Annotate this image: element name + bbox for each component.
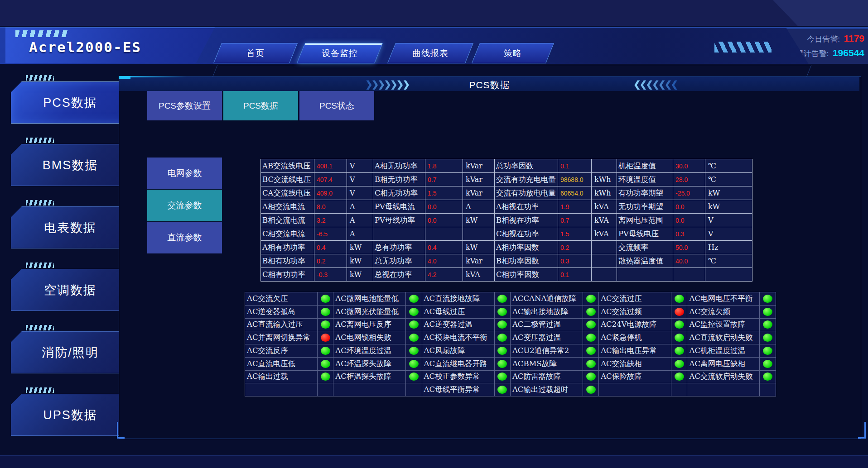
status-indicator-cell [406, 358, 422, 371]
status-indicator-cell [318, 306, 333, 319]
alarm-ok-indicator-icon [321, 372, 330, 381]
nav-tab-home-label: 首页 [218, 43, 293, 63]
param-value-cell: 0.1 [558, 159, 592, 173]
subnav-ac-params[interactable]: 交流参数 [147, 190, 222, 221]
status-indicator-cell [583, 319, 599, 332]
sidebar-item-hvac-label: 空调数据 [11, 269, 130, 311]
subnav-dc-params[interactable]: 直流参数 [147, 222, 222, 253]
param-unit-cell: kW [705, 200, 752, 214]
nav-tab-strategy[interactable]: 策略 [472, 43, 554, 63]
alarm-ok-indicator-icon [409, 334, 419, 342]
status-name-cell: ACBMS故障 [511, 358, 583, 371]
param-unit-cell: ℃ [705, 159, 752, 173]
param-value-cell: 0.2 [558, 241, 592, 254]
param-name-cell: C相无功功率 [373, 186, 425, 200]
status-indicator-cell [671, 292, 687, 306]
status-name-cell: AC风扇故障 [422, 344, 495, 358]
param-value-cell: 0.0 [425, 200, 463, 214]
measurement-row: C相交流电流-6.5AC相视在功率1.5kVAPV母线电压0.3V [261, 227, 752, 241]
status-indicator-cell [760, 331, 776, 344]
param-value-cell: 0.2 [314, 254, 347, 268]
status-indicator-cell [495, 358, 511, 371]
status-name-cell: AC交流欠频 [687, 306, 760, 319]
alarm-ok-indicator-icon [409, 360, 419, 368]
param-value-cell: -25.0 [673, 186, 705, 200]
logout-plate[interactable]: 注销 [773, 0, 868, 26]
param-name-cell: A相无功功率 [373, 159, 425, 173]
status-name-cell: AC交流缺相 [599, 358, 671, 371]
status-indicator-cell [760, 292, 776, 306]
sidebar-item-ups[interactable]: UPS数据 [11, 394, 130, 436]
param-unit-cell: kWh [592, 173, 617, 186]
param-value-cell: 1.5 [558, 227, 592, 241]
param-value-cell: 0.1 [558, 268, 592, 282]
status-indicator-cell [495, 371, 511, 384]
status-name-cell: AC直流继电器开路 [422, 358, 495, 371]
hatch-stripes-decor [714, 42, 772, 53]
param-unit-cell: kVar [463, 173, 495, 186]
status-name-cell: AC交流过频 [599, 306, 671, 319]
status-indicator-cell [671, 306, 687, 319]
sidebar-item-bms[interactable]: BMS数据 [11, 144, 130, 186]
param-name-cell: 交流有功放电电量 [495, 186, 558, 200]
sidebar-item-meter[interactable]: 电表数据 [11, 206, 130, 248]
status-name-cell [687, 383, 760, 396]
param-unit-cell: A [463, 200, 495, 214]
param-name-cell: PV母线功率 [373, 214, 425, 227]
param-name-cell: 总功率因数 [495, 159, 558, 173]
alarm-ok-indicator-icon [497, 334, 507, 342]
alarm-ok-indicator-icon [586, 308, 596, 316]
status-indicator-cell [583, 344, 599, 358]
alarm-ok-indicator-icon [497, 320, 507, 329]
param-value-cell: 0.7 [558, 214, 592, 227]
status-name-cell: AC输出过载超时 [511, 383, 583, 396]
param-value-cell: 1.8 [425, 159, 463, 173]
status-name-cell: AC输出过载 [245, 371, 318, 384]
status-name-cell: AC电网锁相失败 [333, 331, 406, 344]
param-value-cell: 40.0 [673, 254, 705, 268]
status-name-cell: AC直流接地故障 [422, 292, 495, 306]
alarm-ok-indicator-icon [497, 295, 507, 303]
status-indicator-cell [318, 383, 333, 396]
tab-pcs-status[interactable]: PCS状态 [299, 91, 374, 120]
nav-tab-curve-report[interactable]: 曲线报表 [387, 43, 473, 63]
status-name-cell: AC交流过压 [599, 292, 671, 306]
status-indicator-cell [495, 383, 511, 396]
param-name-cell: 总无功功率 [373, 254, 425, 268]
alarm-ok-indicator-icon [763, 308, 772, 316]
status-indicator-cell [760, 358, 776, 371]
status-indicator-cell [671, 358, 687, 371]
param-value-cell: 409.0 [314, 186, 347, 200]
param-unit-cell: A [347, 214, 373, 227]
measurement-row: BC交流线电压407.4VB相无功功率0.7kVar交流有功充电电量98688.… [261, 173, 752, 186]
status-indicator-cell [495, 306, 511, 319]
status-name-cell: AC二极管过温 [511, 319, 583, 332]
sidebar-item-hvac[interactable]: 空调数据 [11, 269, 130, 311]
param-unit-cell: kW [705, 186, 752, 200]
sidebar-item-pcs[interactable]: PCS数据 [11, 81, 130, 124]
param-unit-cell: kVar [463, 186, 495, 200]
param-name-cell: B相无功功率 [373, 173, 425, 186]
alarm-ok-indicator-icon [763, 347, 772, 355]
subnav-grid-params[interactable]: 电网参数 [147, 158, 222, 189]
tab-pcs-param-settings[interactable]: PCS参数设置 [147, 91, 222, 120]
measurement-row: B相有功功率0.2kW总无功功率4.0kVarB相功率因数0.3散热器温度值40… [261, 254, 752, 268]
param-unit-cell: kVA [592, 227, 617, 241]
status-name-cell: AC电网电压不平衡 [687, 292, 760, 306]
nav-tab-home[interactable]: 首页 [213, 43, 298, 63]
nav-tab-device-monitor[interactable]: 设备监控 [297, 43, 383, 63]
alarm-ok-indicator-icon [586, 372, 596, 381]
alarm-ok-indicator-icon [586, 360, 596, 368]
sidebar-item-fire-lighting[interactable]: 消防/照明 [11, 331, 130, 373]
status-indicator-cell [671, 331, 687, 344]
status-indicator-cell [495, 331, 511, 344]
tab-pcs-data[interactable]: PCS数据 [223, 91, 298, 120]
status-indicator-cell [583, 306, 599, 319]
param-name-cell [617, 268, 673, 282]
param-name-cell: BC交流线电压 [261, 173, 314, 186]
param-name-cell: B相有功功率 [261, 254, 314, 268]
status-indicator-cell [406, 331, 422, 344]
sidebar-item-ups-label: UPS数据 [11, 394, 130, 436]
sidebar-stripes-decor [26, 138, 54, 143]
alarm-ok-indicator-icon [321, 308, 330, 316]
